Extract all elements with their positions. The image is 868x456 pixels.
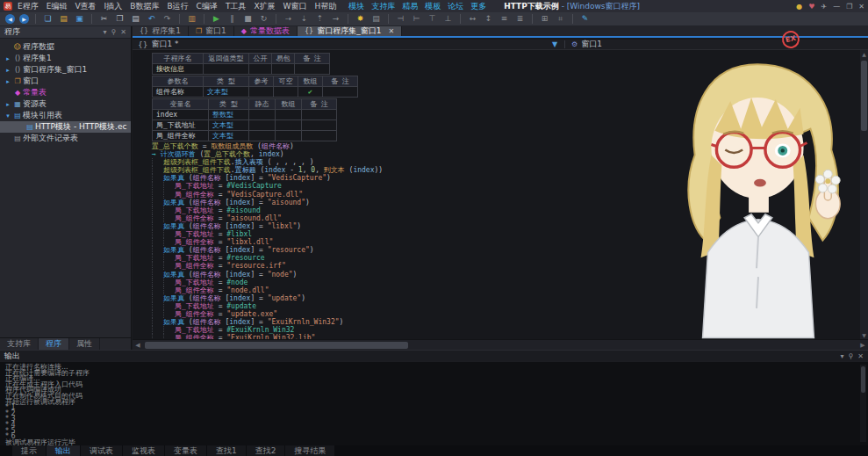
output-tab-查找2[interactable]: 查找2 [247, 445, 285, 456]
menu-item[interactable]: B数据库 [130, 1, 159, 12]
menu-item[interactable]: V查看 [75, 1, 96, 12]
expander-open-icon[interactable]: ▾ [4, 112, 12, 119]
scrollbar-thumb[interactable] [861, 61, 867, 131]
tree-item[interactable]: ▸()程序集1 [0, 53, 131, 64]
code-area[interactable]: 子程序名返回值类型公开易包备 注接收信息参数名类 型参考可空数组备 注组件名称文… [133, 50, 859, 339]
maximize-icon[interactable]: ❐ [846, 3, 852, 11]
editor-horizontal-scrollbar[interactable]: ◀ ▶ [133, 339, 868, 350]
menu-item[interactable]: W窗口 [283, 1, 307, 12]
favorite-icon[interactable]: ♥ [808, 3, 814, 11]
pause-icon[interactable]: ∥ [226, 13, 238, 25]
tree-item[interactable]: ▸❐窗口 [0, 76, 131, 87]
align-bottom-icon[interactable]: ⊥ [442, 13, 454, 25]
align-left-icon[interactable]: ⊣ [395, 13, 406, 25]
new-icon[interactable]: ❏ [42, 13, 54, 25]
save-icon[interactable]: ▣ [74, 13, 85, 25]
panel-tab-属性[interactable]: 属性 [69, 338, 100, 350]
scrollbar-thumb[interactable] [145, 342, 408, 349]
menu-item[interactable]: I插入 [104, 1, 123, 12]
close-icon[interactable]: ✕ [120, 28, 126, 36]
output-tab-输出[interactable]: 输出 [47, 445, 80, 456]
output-tab-调试表[interactable]: 调试表 [81, 445, 122, 456]
menu-item[interactable]: X扩展 [254, 1, 275, 12]
same-size-icon[interactable]: ⊞ [539, 13, 550, 25]
tree-item[interactable]: ☺程序数据 [0, 41, 131, 53]
scroll-down-icon[interactable]: ▼ [860, 331, 868, 339]
output-tab-变量表[interactable]: 变量表 [165, 445, 206, 456]
expander-closed-icon[interactable]: ▸ [4, 101, 12, 108]
menu-item[interactable]: E编辑 [47, 1, 68, 12]
run-to-cursor-icon[interactable]: → [330, 13, 341, 25]
same-width-icon[interactable]: ↔ [467, 13, 478, 25]
chevron-down-icon[interactable]: ▼ [552, 40, 557, 48]
plugin-menu-item[interactable]: 论坛 [448, 1, 463, 12]
redo-icon[interactable]: ↷ [161, 13, 173, 25]
align-top-icon[interactable]: ⊤ [427, 13, 438, 25]
tree-item[interactable]: ▤HTTP模块 - HTTP模块.ec [0, 121, 131, 133]
forward-icon[interactable]: ▶ [19, 14, 29, 24]
open-icon[interactable]: ▤ [58, 13, 69, 25]
chevron-down-icon[interactable]: ▾ [840, 352, 843, 360]
editor-tab[interactable]: ◆常量数据表 [234, 26, 298, 36]
run-icon[interactable]: ▶ [211, 13, 222, 25]
parameter-table[interactable]: 参数名类 型参考可空数组备 注组件名称文本型✔ [152, 76, 358, 98]
panel-tab-支持库[interactable]: 支持库 [0, 338, 39, 350]
minimize-icon[interactable]: — [833, 3, 840, 11]
editor-tab[interactable]: {}窗口程序集_窗口1✕ [298, 26, 402, 36]
step-out-icon[interactable]: ⇡ [314, 13, 326, 25]
subroutine-table[interactable]: 子程序名返回值类型公开易包备 注接收信息 [152, 53, 330, 75]
back-icon[interactable]: ◀ [5, 14, 15, 24]
step-into-icon[interactable]: ⇣ [298, 13, 310, 25]
output-tab-监视表[interactable]: 监视表 [123, 445, 164, 456]
feedback-icon[interactable]: ✈ [821, 3, 827, 11]
chevron-down-icon[interactable]: ▾ [103, 28, 106, 36]
menu-item[interactable]: E程序 [18, 1, 39, 12]
menu-item[interactable]: H帮助 [314, 1, 336, 12]
same-height-icon[interactable]: ↕ [483, 13, 494, 25]
output-scrollbar[interactable] [860, 365, 866, 442]
plugin-menu-item[interactable]: 支持库 [371, 1, 395, 12]
expander-closed-icon[interactable]: ▸ [4, 67, 12, 74]
editor-vertical-scrollbar[interactable]: ▲ ▼ [860, 50, 868, 339]
menu-item[interactable]: B运行 [167, 1, 188, 12]
editor-tab[interactable]: {}程序集1 [133, 26, 189, 36]
stop-icon[interactable]: ■ [242, 13, 254, 25]
panel-tab-程序[interactable]: 程序 [39, 338, 69, 350]
tree-item[interactable]: ▸()窗口程序集_窗口1 [0, 64, 131, 76]
expander-closed-icon[interactable]: ▸ [4, 55, 12, 62]
close-icon[interactable]: ✕ [857, 352, 864, 360]
output-tab-查找1[interactable]: 查找1 [207, 445, 246, 456]
plugin-menu-item[interactable]: 模块 [348, 1, 364, 12]
editor-tab[interactable]: ❐窗口1 [189, 26, 234, 36]
pin-icon[interactable]: ⚲ [111, 28, 116, 36]
program-tree[interactable]: ☺程序数据▸()程序集1▸()窗口程序集_窗口1▸❐窗口◆常量表▸▦资源表▾▤模… [0, 39, 131, 144]
copy-icon[interactable]: ❐ [114, 13, 126, 25]
menu-item[interactable]: T工具 [226, 1, 247, 12]
tree-item[interactable]: ▸▦资源表 [0, 98, 131, 110]
tree-item[interactable]: ▾▤模块引用表 [0, 110, 131, 121]
paste-icon[interactable]: ▤ [130, 13, 141, 25]
center-h-icon[interactable]: ≡ [499, 13, 510, 25]
tab-order-icon[interactable]: ⌗ [555, 13, 566, 25]
local-variable-table[interactable]: 变量名类 型静态数组备 注index整数型局_下载地址文本型局_组件全称文本型 [152, 98, 337, 141]
bookmark-icon[interactable]: ▤ [370, 13, 382, 25]
output-tab-提示[interactable]: 提示 [12, 445, 46, 456]
undo-icon[interactable]: ↶ [146, 13, 157, 25]
output-tab-搜寻结果[interactable]: 搜寻结果 [285, 445, 334, 456]
center-v-icon[interactable]: ≣ [514, 13, 526, 25]
skin-icon[interactable]: ● [796, 3, 802, 11]
plugin-menu-item[interactable]: 模板 [425, 1, 441, 12]
tree-item[interactable]: ◆常量表 [0, 87, 131, 98]
menu-item[interactable]: C编译 [197, 1, 218, 12]
close-icon[interactable]: ✕ [858, 3, 864, 11]
align-right-icon[interactable]: ⊢ [411, 13, 422, 25]
breakpoint-icon[interactable]: ✸ [355, 13, 366, 25]
plugin-menu-item[interactable]: 更多 [470, 1, 486, 12]
close-icon[interactable]: ✕ [388, 27, 394, 35]
pin-icon[interactable]: ⚲ [848, 352, 853, 360]
format-brush-icon[interactable]: ✎ [579, 13, 591, 25]
expander-closed-icon[interactable]: ▸ [4, 78, 12, 85]
project-folder-icon[interactable]: ▥ [186, 13, 197, 25]
tree-item[interactable]: ▤外部文件记录表 [0, 133, 131, 144]
restart-icon[interactable]: ↻ [258, 13, 269, 25]
